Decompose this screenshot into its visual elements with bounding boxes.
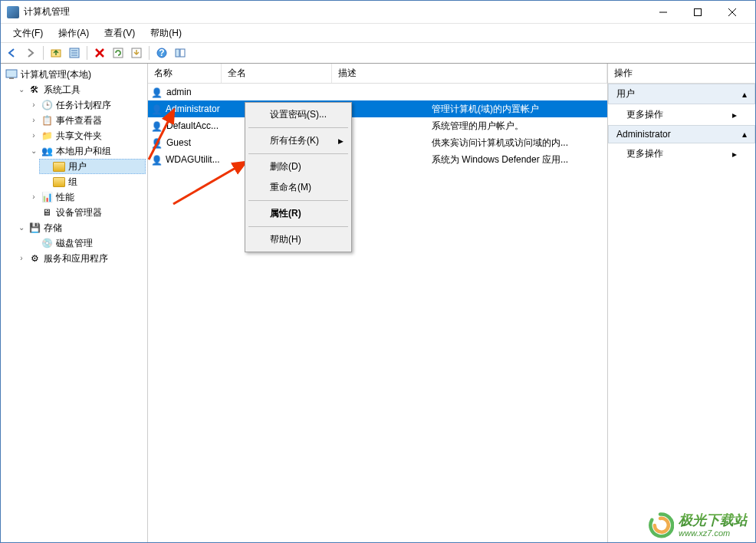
list-row-guest[interactable]: 👤Guest 供来宾访问计算机或访问域的内... — [148, 134, 607, 151]
cell-name: DefaultAcc... — [166, 119, 219, 133]
back-button[interactable] — [4, 44, 21, 61]
ctx-properties[interactable]: 属性(R) — [247, 203, 350, 224]
actions-more-users[interactable]: 更多操作 ▸ — [608, 104, 755, 125]
collapse-icon: ▴ — [742, 129, 747, 140]
col-name[interactable]: 名称 — [148, 64, 222, 83]
folder-icon — [53, 176, 65, 188]
user-icon: 👤 — [151, 120, 163, 132]
help-button[interactable]: ? — [153, 44, 170, 61]
ctx-set-password[interactable]: 设置密码(S)... — [247, 104, 350, 125]
tree-root[interactable]: 计算机管理(本地) — [2, 67, 146, 82]
chevron-right-icon: ▸ — [732, 149, 737, 160]
cell-desc: 系统管理的用户帐户。 — [332, 118, 607, 133]
expand-icon[interactable]: › — [28, 114, 39, 127]
user-icon: 👤 — [151, 103, 163, 115]
tree-label: 性能 — [56, 190, 74, 204]
collapse-icon[interactable]: ⌄ — [16, 83, 27, 97]
user-icon: 👤 — [151, 137, 163, 149]
watermark-url: www.xz7.com — [679, 528, 748, 538]
tree-label: 任务计划程序 — [56, 98, 111, 112]
actions-panel: 操作 用户 ▴ 更多操作 ▸ Administrator ▴ 更多操作 ▸ — [608, 64, 755, 542]
event-icon: 📋 — [41, 114, 53, 127]
expand-icon[interactable]: › — [28, 98, 39, 112]
tree-shared-folders[interactable]: ›📁共享文件夹 — [27, 128, 146, 143]
properties-button[interactable] — [66, 44, 83, 61]
cell-desc: 管理计算机(域)的内置帐户 — [332, 101, 607, 117]
svg-rect-18 — [9, 77, 14, 79]
menu-help[interactable]: 帮助(H) — [143, 25, 189, 42]
chevron-right-icon: ▸ — [732, 110, 737, 120]
tree-disk-mgmt[interactable]: 💿磁盘管理 — [27, 235, 146, 251]
export-button[interactable] — [128, 44, 145, 61]
expand-icon[interactable]: › — [28, 129, 39, 143]
share-icon: 📁 — [41, 130, 53, 142]
col-fullname[interactable]: 全名 — [222, 64, 332, 83]
collapse-icon[interactable]: ⌄ — [16, 221, 27, 235]
collapse-icon[interactable]: ⌄ — [28, 144, 39, 158]
up-button[interactable] — [48, 44, 64, 61]
clock-icon: 🕒 — [41, 99, 53, 111]
menu-file[interactable]: 文件(F) — [5, 25, 51, 42]
tree-users[interactable]: 用户 — [39, 159, 146, 174]
item-label: 更多操作 — [626, 147, 663, 160]
item-label: 更多操作 — [626, 108, 663, 121]
tree-label: 服务和应用程序 — [44, 252, 108, 265]
tree-label: 存储 — [44, 221, 62, 235]
delete-button[interactable] — [91, 44, 108, 61]
watermark: 极光下载站 www.xz7.com — [646, 512, 748, 539]
tree-system-tools[interactable]: ⌄ 🛠 系统工具 — [15, 82, 146, 97]
menu-action[interactable]: 操作(A) — [51, 25, 97, 42]
app-icon — [7, 6, 19, 18]
ctx-rename[interactable]: 重命名(M) — [247, 177, 350, 198]
svg-rect-15 — [176, 49, 179, 57]
computer-icon — [5, 68, 18, 81]
refresh-button[interactable] — [110, 44, 127, 61]
tree-label: 共享文件夹 — [56, 129, 102, 143]
col-description[interactable]: 描述 — [332, 64, 607, 83]
ctx-label: 所有任务(K) — [270, 135, 319, 146]
tree-task-scheduler[interactable]: ›🕒任务计划程序 — [27, 97, 146, 113]
tree-groups[interactable]: 组 — [39, 174, 146, 189]
tree-label: 组 — [68, 175, 77, 189]
tree-storage[interactable]: ⌄💾存储 — [15, 220, 146, 235]
list-row-administrator[interactable]: 👤Administrator 管理计算机(域)的内置帐户 — [148, 100, 607, 117]
forward-button[interactable] — [22, 44, 39, 61]
svg-rect-11 — [113, 48, 123, 58]
tree-label: 磁盘管理 — [56, 236, 93, 250]
section-label: Administrator — [616, 129, 671, 140]
ctx-label: 属性(R) — [270, 208, 301, 219]
actions-header: 操作 — [608, 64, 755, 84]
menu-view[interactable]: 查看(V) — [97, 25, 143, 42]
tree-device-manager[interactable]: 🖥设备管理器 — [27, 205, 146, 220]
collapse-icon: ▴ — [742, 89, 747, 100]
expand-icon[interactable]: › — [28, 190, 39, 204]
tree-services-apps[interactable]: ›⚙服务和应用程序 — [15, 251, 146, 266]
ctx-help[interactable]: 帮助(H) — [247, 229, 350, 250]
tree-label: 用户 — [68, 160, 87, 173]
ctx-all-tasks[interactable]: 所有任务(K)▶ — [247, 130, 350, 151]
toolbar: ? — [1, 42, 755, 64]
tree-label: 系统工具 — [44, 83, 81, 97]
list-body: 👤admin 👤Administrator 管理计算机(域)的内置帐户 👤Def… — [148, 84, 607, 168]
menubar: 文件(F) 操作(A) 查看(V) 帮助(H) — [1, 24, 755, 42]
actions-more-admin[interactable]: 更多操作 ▸ — [608, 143, 755, 164]
list-row-defaultacc[interactable]: 👤DefaultAcc... 系统管理的用户帐户。 — [148, 117, 607, 134]
cell-name: admin — [166, 85, 192, 99]
list-row-admin[interactable]: 👤admin — [148, 84, 607, 100]
list-row-wdag[interactable]: 👤WDAGUtilit... 系统为 Windows Defender 应用..… — [148, 151, 607, 168]
close-button[interactable] — [715, 2, 749, 23]
minimize-button[interactable] — [646, 2, 680, 23]
expand-icon[interactable]: › — [16, 252, 27, 265]
tree-event-viewer[interactable]: ›📋事件查看器 — [27, 113, 146, 128]
tree-performance[interactable]: ›📊性能 — [27, 189, 146, 205]
maximize-button[interactable] — [680, 2, 715, 23]
svg-rect-16 — [180, 49, 185, 57]
actions-section-admin[interactable]: Administrator ▴ — [608, 125, 755, 143]
tree-local-users[interactable]: ⌄👥本地用户和组 — [27, 143, 146, 159]
users-icon: 👥 — [41, 145, 53, 157]
actions-section-users[interactable]: 用户 ▴ — [608, 84, 755, 104]
show-hide-button[interactable] — [172, 44, 189, 61]
ctx-delete[interactable]: 删除(D) — [247, 156, 350, 177]
cell-fullname — [222, 84, 332, 100]
list-panel: 名称 全名 描述 👤admin 👤Administrator 管理计算机(域)的… — [148, 64, 608, 542]
